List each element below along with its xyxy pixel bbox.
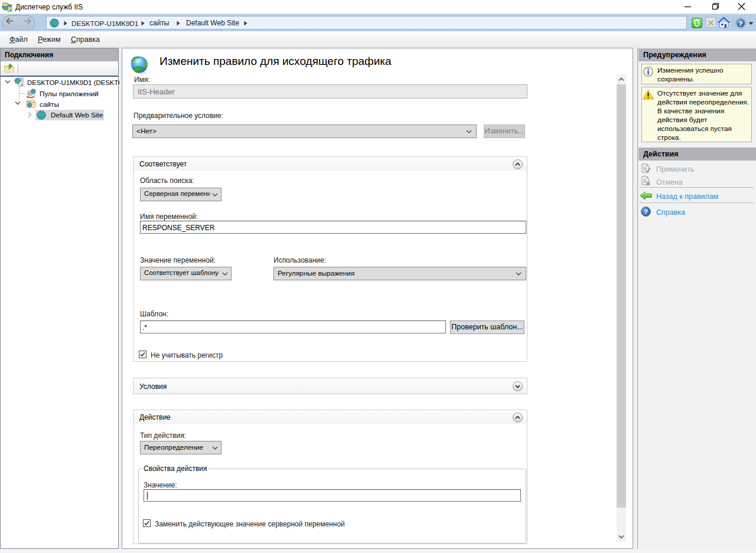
svg-text:?: ? [738, 20, 742, 27]
svg-text:?: ? [644, 208, 648, 215]
